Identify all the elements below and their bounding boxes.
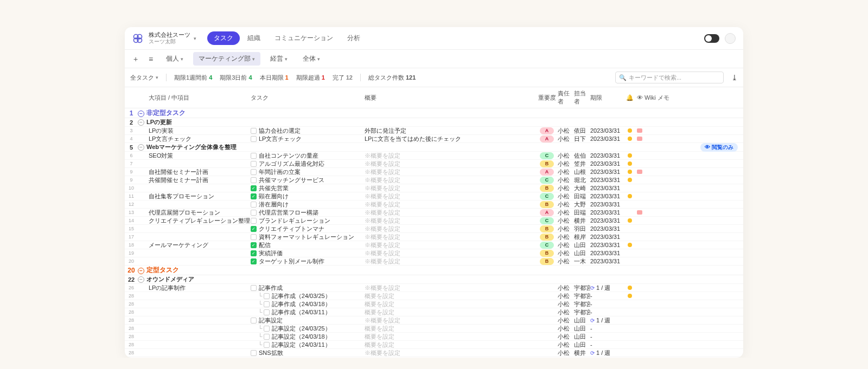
table-row[interactable]: 15 ✓クリエイティブトンマナ ※概要を設定 B 小松 羽田 2023/03/3…	[125, 225, 743, 233]
task-checkbox[interactable]	[251, 218, 257, 224]
org-user: スーツ太郎	[149, 38, 190, 45]
scope-personal[interactable]: 個人▾	[161, 52, 189, 66]
table-row[interactable]: 20 ✓ターゲット別メール制作 ※概要を設定 B 小松 一木 2023/03/3…	[125, 257, 743, 266]
table-row[interactable]: 11 自社集客プロモーション ✓顕在層向け ※概要を設定 C 小松 田端 202…	[125, 192, 743, 200]
collapse-icon[interactable]: −	[138, 119, 144, 126]
table-row[interactable]: 28 SNS拡散 ※概要を設定 小松 横井 ⟳ 1 / 週	[125, 349, 743, 357]
filter-3days[interactable]: 期限3日前 4	[220, 74, 252, 82]
priority-badge: A	[540, 127, 554, 134]
filter-all-tasks[interactable]: 全タスク▾	[130, 74, 158, 82]
subsection-row[interactable]: 22 − オウンドメディア	[125, 275, 743, 284]
priority-badge: C	[540, 152, 554, 159]
table-row[interactable]: 28 └記事作成（24/03/11） 概要を設定 小松 宇都宮 -	[125, 308, 743, 316]
table-row[interactable]: 3 LPの実装 協力会社の選定 外部に発注予定 A 小松 依田 2023/03/…	[125, 127, 743, 135]
filter-done[interactable]: 完了 12	[333, 74, 353, 82]
task-checkbox[interactable]	[251, 318, 257, 323]
collapse-icon[interactable]: −	[138, 268, 144, 274]
add-icon[interactable]: +	[130, 54, 141, 64]
task-checkbox[interactable]	[251, 169, 257, 175]
priority-badge: C	[540, 242, 554, 249]
filter-overdue[interactable]: 期限超過 1	[296, 74, 325, 82]
table-row[interactable]: 9 共催開催セミナー計画 共催マッチングサービス ※概要を設定 C 小松 堀北 …	[125, 176, 743, 184]
search-input[interactable]: 🔍 キーワードで検索...	[615, 72, 724, 83]
theme-toggle[interactable]	[704, 34, 719, 43]
bell-indicator	[628, 178, 632, 182]
task-checkbox[interactable]	[251, 234, 257, 240]
readonly-badge: 👁 閲覧のみ	[700, 143, 738, 152]
filter-week[interactable]: 期限1週間前 4	[174, 74, 212, 82]
priority-badge: A	[540, 135, 554, 143]
section-row[interactable]: 20 − 定型タスク	[125, 266, 743, 275]
col-task: タスク	[251, 94, 365, 102]
task-checkbox[interactable]	[264, 293, 270, 299]
collapse-icon[interactable]: −	[138, 276, 144, 283]
table-row[interactable]: 17 資料フォーマットレギュレーション ※概要を設定 B 小松 根岸 2023/…	[125, 233, 743, 241]
scope-management[interactable]: 経営▾	[265, 52, 293, 66]
subsection-row[interactable]: 5 − Webマーケティング全体像を整理 👁 閲覧のみ	[125, 143, 743, 152]
table-row[interactable]: 28 └SNS拡散（24/03/25） 概要を設定 小松 横井 -	[125, 357, 743, 358]
task-checkbox[interactable]	[251, 161, 257, 167]
table-row[interactable]: 28 └記事作成（24/03/25） 概要を設定 小松 宇都宮 -	[125, 292, 743, 300]
table-row[interactable]: 4 LP文言チェック LP文言チェック LPに文言を当てはめた後にチェック A …	[125, 135, 743, 143]
sub-header: + ≡ 個人▾ マーケティング部▾ 経営▾ 全体▾	[125, 50, 743, 68]
table-row[interactable]: 14 クリエイティブレギュレーション整理 ブランドレギュレーション ※概要を設定…	[125, 217, 743, 225]
task-checkbox[interactable]	[251, 177, 257, 183]
priority-badge: B	[540, 225, 554, 232]
task-checkbox[interactable]	[264, 309, 270, 315]
scope-all[interactable]: 全体▾	[297, 52, 326, 66]
task-checkbox[interactable]: ✓	[251, 193, 257, 199]
task-checkbox[interactable]	[251, 285, 257, 291]
table-row[interactable]: 28 └記事作成（24/03/18） 概要を設定 小松 宇都宮 -	[125, 300, 743, 308]
task-checkbox[interactable]: ✓	[251, 185, 257, 191]
chevron-down-icon: ▾	[194, 36, 196, 41]
priority-badge: B	[540, 234, 554, 241]
table-row[interactable]: 6 SEO対策 自社コンテンツの量産 ※概要を設定 C 小松 佐伯 2023/0…	[125, 152, 743, 160]
col-deadline: 期限	[590, 94, 625, 102]
table-row[interactable]: 12 潜在層向け ※概要を設定 B 小松 大野 2023/03/31	[125, 200, 743, 209]
table-row[interactable]: 28 └記事設定（24/03/25） 概要を設定 小松 山田 -	[125, 325, 743, 333]
task-checkbox[interactable]	[264, 342, 270, 348]
task-checkbox[interactable]	[264, 326, 270, 332]
table-row[interactable]: 9 自社開催セミナー計画 年間計画の立案 ※概要を設定 A 小松 山根 2023…	[125, 168, 743, 176]
org-selector[interactable]: 株式会社スーツ スーツ太郎 ▾	[149, 31, 196, 45]
task-checkbox[interactable]: ✓	[251, 250, 257, 256]
table-row[interactable]: 18 メールマーケティング ✓配信 ※概要を設定 C 小松 山田 2023/03…	[125, 241, 743, 249]
app-window: 株式会社スーツ スーツ太郎 ▾ タスク 組織 コミュニケーション 分析 + ≡ …	[125, 27, 743, 358]
table-row[interactable]: 28 └記事設定（24/03/18） 概要を設定 小松 山田 -	[125, 333, 743, 341]
download-icon[interactable]: ⤓	[731, 73, 738, 82]
table-row[interactable]: 13 代理店展開プロモーション 代理店営業フロー構築 ※概要を設定 A 小松 田…	[125, 209, 743, 217]
tab-task[interactable]: タスク	[207, 31, 240, 45]
table-row[interactable]: 10 ✓共催先営業 ※概要を設定 B 小松 大崎 2023/03/31	[125, 184, 743, 192]
task-checkbox[interactable]	[251, 153, 257, 159]
col-priority: 重要度	[536, 94, 558, 102]
tab-comm[interactable]: コミュニケーション	[268, 31, 340, 45]
collapse-icon[interactable]: −	[138, 111, 144, 117]
table-row[interactable]: 19 ✓実績評価 ※概要を設定 B 小松 山田 2023/03/31	[125, 249, 743, 257]
user-avatar[interactable]	[725, 33, 736, 44]
scope-department[interactable]: マーケティング部▾	[193, 52, 260, 66]
task-checkbox[interactable]	[251, 136, 257, 142]
table-row[interactable]: 7 アルゴリズム最適化対応 ※概要を設定 B 小松 笠井 2023/03/31	[125, 160, 743, 168]
task-checkbox[interactable]: ✓	[251, 258, 257, 264]
top-header: 株式会社スーツ スーツ太郎 ▾ タスク 組織 コミュニケーション 分析	[125, 27, 743, 50]
task-checkbox[interactable]	[251, 128, 257, 134]
section-nonroutine[interactable]: 1 − 非定型タスク	[125, 108, 743, 118]
tab-analysis[interactable]: 分析	[341, 31, 367, 45]
task-checkbox[interactable]: ✓	[251, 226, 257, 232]
task-checkbox[interactable]	[251, 210, 257, 216]
task-checkbox[interactable]	[251, 350, 257, 356]
task-checkbox[interactable]: ✓	[251, 242, 257, 248]
table-row[interactable]: 28 記事設定 ※概要を設定 小松 山田 ⟳ 1 / 週	[125, 316, 743, 325]
subsection-lp-update[interactable]: 2 − LPの更新	[125, 118, 743, 127]
filter-today[interactable]: 本日期限 1	[260, 74, 289, 82]
task-checkbox[interactable]	[264, 334, 270, 340]
tab-org[interactable]: 組織	[241, 31, 267, 45]
subsection-title: LPの更新	[146, 118, 172, 126]
menu-icon[interactable]: ≡	[145, 54, 156, 64]
table-row[interactable]: 26 LPの記事制作 記事作成 ※概要を設定 小松 宇都宮 ⟳ 1 / 週	[125, 284, 743, 292]
task-checkbox[interactable]	[251, 202, 257, 208]
table-row[interactable]: 28 └記事設定（24/03/11） 概要を設定 小松 山田 -	[125, 341, 743, 349]
eye-icon: 👁	[635, 94, 644, 101]
task-checkbox[interactable]	[264, 301, 270, 307]
collapse-icon[interactable]: −	[138, 144, 144, 151]
